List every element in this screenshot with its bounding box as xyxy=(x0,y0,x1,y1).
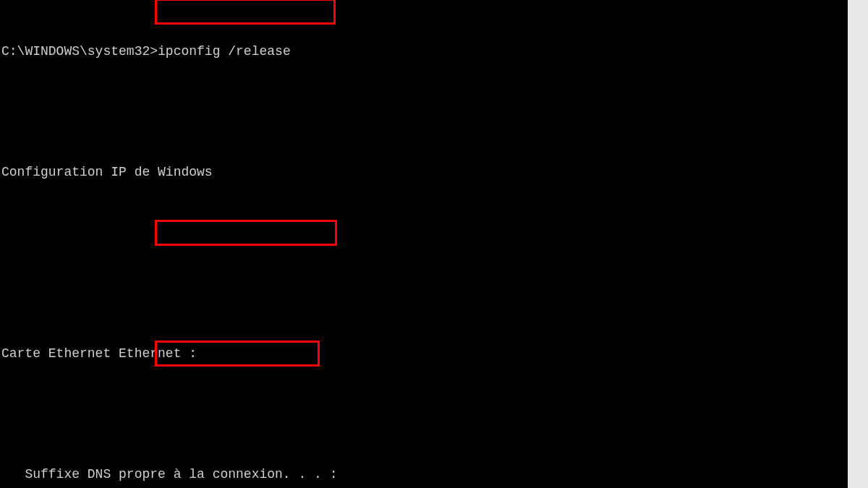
output-ethernet-header-1: Carte Ethernet Ethernet : xyxy=(1,344,848,364)
blank-line xyxy=(1,223,848,244)
command-prompt-terminal[interactable]: C:\WINDOWS\system32>ipconfig /release Co… xyxy=(0,0,848,488)
output-config-header-1: Configuration IP de Windows xyxy=(1,163,848,183)
command-text-1: ipconfig /release xyxy=(158,44,291,59)
vertical-scrollbar[interactable] xyxy=(848,0,868,488)
blank-line xyxy=(1,405,848,425)
prompt-text: C:\WINDOWS\system32> xyxy=(1,44,158,59)
command-line-1: C:\WINDOWS\system32>ipconfig /release xyxy=(1,42,848,62)
blank-line xyxy=(1,102,848,122)
blank-line xyxy=(1,283,848,304)
highlight-box-release xyxy=(155,0,336,25)
output-dns-suffix-1: Suffixe DNS propre à la connexion. . . : xyxy=(1,465,848,485)
scrollbar-track[interactable] xyxy=(848,0,868,488)
